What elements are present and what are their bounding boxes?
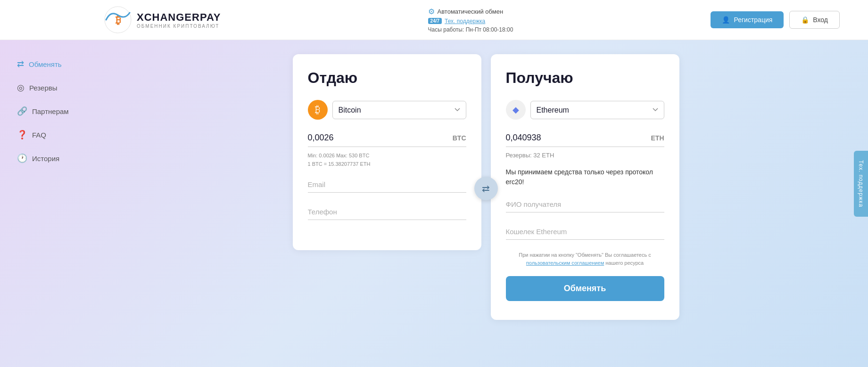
swap-icon: ⇄ [482, 183, 490, 194]
sidebar-item-history-label: История [32, 155, 59, 163]
faq-icon: ❓ [17, 130, 27, 140]
logo-icon: ₿ [104, 6, 132, 34]
btc-icon: ₿ [308, 100, 328, 120]
sidebar-item-partners-label: Партнерам [32, 107, 69, 115]
wallet-row [506, 224, 664, 240]
receive-card: Получаю ◆ Ethereum ETH Резервы: 32 ETH М… [491, 54, 679, 320]
give-card: Отдаю ₿ Bitcoin BTC Min: 0.0026 Max: 530… [293, 54, 481, 250]
reserves-text: Резервы: 32 ETH [506, 152, 664, 159]
support-link[interactable]: Тех. поддержка [445, 18, 485, 24]
tech-support-label: Тех. поддержка [858, 160, 864, 207]
phone-row [308, 204, 466, 220]
auto-exchange-icon: ⚙ [428, 7, 435, 16]
give-amount-row: BTC [308, 129, 466, 147]
header-center: ⚙ Автоматический обмен 24/7 Тех. поддерж… [428, 7, 513, 33]
receive-amount-row: ETH [506, 129, 664, 147]
login-button[interactable]: 🔒 Вход [789, 11, 840, 29]
eth-symbol: ◆ [513, 105, 519, 115]
give-amount-hints: Min: 0.0026 Max: 530 BTC 1 BTC = 15.3820… [308, 152, 466, 168]
phone-input[interactable] [308, 204, 466, 220]
sidebar-item-reserves[interactable]: ◎ Резервы [9, 78, 94, 98]
register-button[interactable]: 👤 Регистрация [711, 11, 784, 28]
content: Отдаю ₿ Bitcoin BTC Min: 0.0026 Max: 530… [104, 40, 868, 365]
receive-crypto-select[interactable]: Ethereum [530, 101, 664, 119]
logo-area: ₿ XCHANGERPAY ОБМЕННИК КРИПТОВАЛЮТ [104, 6, 221, 34]
agreement-pre: При нажатии на кнопку "Обменять" Вы согл… [519, 252, 651, 258]
main-layout: ⇄ Обменять ◎ Резервы 🔗 Партнерам ❓ FAQ 🕐… [0, 40, 868, 365]
email-input[interactable] [308, 177, 466, 193]
exchange-button[interactable]: Обменять [506, 276, 664, 301]
tech-support-sidebar[interactable]: Тех. поддержка [854, 150, 868, 216]
work-hours: Часы работы: Пн-Пт 08:00-18:00 [428, 26, 513, 33]
partners-icon: 🔗 [17, 106, 27, 116]
logo-text: XCHANGERPAY ОБМЕННИК КРИПТОВАЛЮТ [137, 11, 221, 29]
give-crypto-select[interactable]: Bitcoin [332, 101, 466, 119]
agreement-link[interactable]: пользовательским соглашением [526, 260, 604, 266]
exchange-icon: ⇄ [17, 59, 24, 69]
recipient-name-input[interactable] [506, 196, 664, 212]
auto-exchange-label: Автоматический обмен [438, 8, 504, 15]
agreement-text: При нажатии на кнопку "Обменять" Вы согл… [506, 251, 664, 267]
register-label: Регистрация [734, 16, 772, 24]
sidebar-item-exchange-label: Обменять [29, 60, 62, 68]
recipient-name-row [506, 196, 664, 212]
sidebar-item-exchange[interactable]: ⇄ Обменять [9, 54, 94, 74]
swap-button[interactable]: ⇄ [474, 177, 498, 200]
sidebar-item-faq-label: FAQ [32, 131, 46, 139]
sidebar-item-faq[interactable]: ❓ FAQ [9, 125, 94, 145]
logo-subtitle: ОБМЕННИК КРИПТОВАЛЮТ [137, 24, 221, 29]
wallet-input[interactable] [506, 224, 664, 240]
sidebar-item-reserves-label: Резервы [29, 84, 58, 92]
receive-crypto-selector: ◆ Ethereum [506, 100, 664, 120]
logo-title: XCHANGERPAY [137, 11, 221, 24]
receive-amount-input[interactable] [506, 129, 664, 147]
eth-icon: ◆ [506, 100, 526, 120]
badge-247: 24/7 [428, 18, 442, 24]
header-right: 👤 Регистрация 🔒 Вход [711, 11, 840, 29]
sidebar-item-history[interactable]: 🕐 История [9, 148, 94, 168]
give-crypto-selector: ₿ Bitcoin [308, 100, 466, 120]
register-icon: 👤 [722, 16, 730, 24]
email-row [308, 177, 466, 193]
hint-min-max: Min: 0.0026 Max: 530 BTC [308, 152, 466, 160]
receive-title: Получаю [506, 69, 664, 87]
auto-exchange-line: ⚙ Автоматический обмен [428, 7, 513, 16]
hint-rate: 1 BTC = 15.38207737 ETH [308, 160, 466, 169]
give-title: Отдаю [308, 69, 466, 87]
give-amount-input[interactable] [308, 129, 466, 147]
reserves-icon: ◎ [17, 82, 25, 93]
receive-amount-currency: ETH [651, 134, 664, 142]
agreement-post: нашего ресурса [605, 260, 644, 266]
exchange-button-label: Обменять [564, 284, 606, 293]
login-icon: 🔒 [801, 16, 809, 24]
history-icon: 🕐 [17, 153, 27, 163]
protocol-notice: Мы принимаем средства только через прото… [506, 167, 664, 187]
login-label: Вход [813, 16, 828, 24]
btc-symbol: ₿ [315, 104, 320, 116]
sidebar-item-partners[interactable]: 🔗 Партнерам [9, 101, 94, 121]
support-line: 24/7 Тех. поддержка [428, 18, 513, 24]
sidebar: ⇄ Обменять ◎ Резервы 🔗 Партнерам ❓ FAQ 🕐… [0, 40, 104, 365]
give-amount-currency: BTC [453, 134, 466, 142]
header: ₿ XCHANGERPAY ОБМЕННИК КРИПТОВАЛЮТ ⚙ Авт… [0, 0, 868, 40]
